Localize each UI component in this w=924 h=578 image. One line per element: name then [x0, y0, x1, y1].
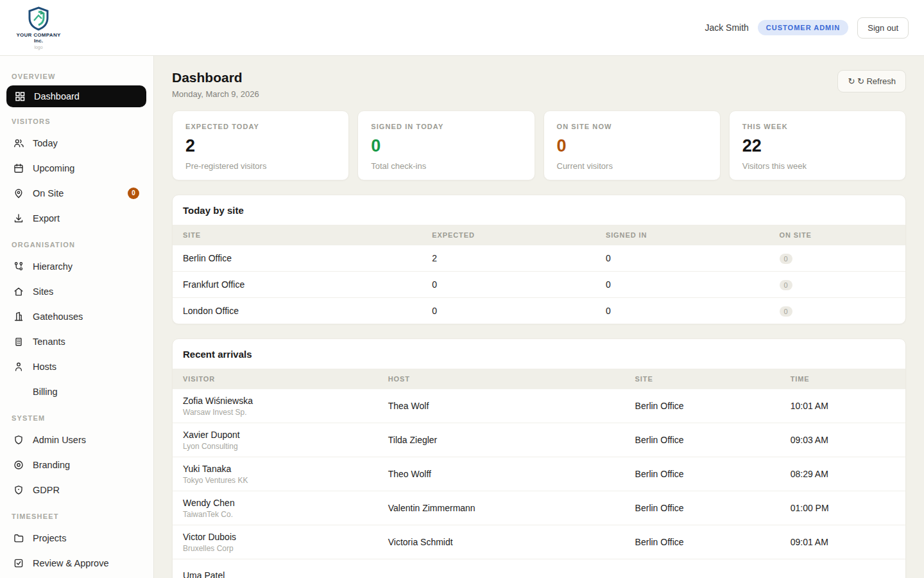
company-logo: YOUR COMPANY Inc. logo: [14, 5, 63, 50]
time-cell: 08:29 AM: [780, 469, 905, 479]
refresh-button[interactable]: ↻ ↻ Refresh: [837, 70, 906, 92]
host-cell: Theo Wolff: [378, 469, 625, 479]
user-name: Jack Smith: [705, 22, 748, 33]
sidebar-section-visitors: VISITORS: [0, 107, 153, 130]
sidebar-item-upcoming[interactable]: Upcoming: [0, 155, 153, 180]
calendar-icon: [13, 162, 24, 174]
sidebar-item-on-site[interactable]: On Site 0: [0, 180, 153, 206]
sidebar-section-timesheet: TIMESHEET: [0, 502, 153, 525]
top-bar: YOUR COMPANY Inc. logo Jack Smith CUSTOM…: [0, 0, 924, 56]
sidebar-item-hierarchy[interactable]: Hierarchy: [0, 254, 153, 279]
recent-arrivals-card: Recent arrivals VISITOR HOST SITE TIME Z…: [172, 338, 906, 578]
sidebar-item-label: Sites: [33, 286, 53, 297]
sidebar-item-label: Upcoming: [33, 163, 74, 173]
on-site-pill: 0: [780, 254, 792, 264]
column-header-time: TIME: [780, 375, 905, 383]
site-cell: Berlin Office: [625, 401, 780, 411]
logo-shield-icon: [25, 5, 52, 32]
sidebar-item-gatehouses[interactable]: Gatehouses: [0, 304, 153, 329]
column-header-expected: EXPECTED: [422, 231, 595, 239]
time-cell: 10:01 AM: [780, 401, 905, 411]
recent-arrivals-title: Recent arrivals: [173, 339, 905, 369]
table-row: Zofia WiśniewskaWarsaw Invest Sp. Thea W…: [173, 389, 905, 423]
table-row: Wendy ChenTaiwanTek Co. Valentin Zimmerm…: [173, 491, 905, 525]
sidebar-item-label: Branding: [33, 460, 70, 470]
table-row: Berlin Office 2 0 0: [173, 245, 905, 271]
stat-value: 0: [371, 136, 521, 156]
sidebar-item-today[interactable]: Today: [0, 130, 153, 155]
sidebar-item-label: Today: [33, 138, 58, 148]
on-site-pill: 0: [780, 306, 792, 317]
expected-cell: 0: [422, 306, 595, 316]
sidebar-item-sites[interactable]: Sites: [0, 279, 153, 304]
sidebar-item-label: Dashboard: [34, 91, 80, 101]
sidebar-item-export-visitors[interactable]: Export: [0, 206, 153, 231]
visitor-company: Warsaw Invest Sp.: [183, 408, 378, 417]
sidebar-section-system: SYSTEM: [0, 404, 153, 427]
host-cell: Tilda Ziegler: [378, 435, 625, 445]
stat-label: ON SITE NOW: [557, 123, 707, 130]
column-header-host: HOST: [378, 375, 625, 383]
column-header-site: SITE: [625, 375, 780, 383]
icon-spacer: [13, 386, 24, 398]
sidebar-item-label: Projects: [33, 533, 66, 543]
site-cell: Berlin Office: [625, 503, 780, 513]
visitor-company: TaiwanTek Co.: [183, 510, 378, 519]
folder-icon: [13, 532, 24, 544]
time-cell: 09:01 AM: [780, 537, 905, 547]
gatehouse-icon: [13, 311, 24, 322]
check-square-icon: [13, 557, 24, 569]
pin-icon: [13, 188, 24, 199]
table-row: Uma Patel: [173, 559, 905, 578]
visitor-name: Xavier Dupont: [183, 430, 240, 440]
table-row: Frankfurt Office 0 0 0: [173, 271, 905, 297]
visitor-company: Bruxelles Corp: [183, 544, 378, 553]
sidebar-item-label: Export: [33, 213, 60, 223]
sidebar-item-billing[interactable]: Billing: [0, 379, 153, 404]
stat-card-on-site-now: ON SITE NOW 0 Current visitors: [543, 110, 721, 180]
column-header-on-site: ON SITE: [769, 231, 905, 239]
recent-arrivals-header: VISITOR HOST SITE TIME: [173, 369, 905, 389]
signed-in-cell: 0: [595, 279, 769, 290]
stat-sub: Visitors this week: [742, 161, 893, 171]
sign-out-button[interactable]: Sign out: [857, 17, 909, 39]
logo-company-text: YOUR COMPANY: [14, 32, 63, 39]
signed-in-cell: 0: [595, 306, 769, 316]
stat-card-signed-in-today: SIGNED IN TODAY 0 Total check-ins: [357, 110, 535, 180]
visitor-name: Zofia Wiśniewska: [183, 396, 253, 406]
shield-dot-icon: [13, 484, 24, 496]
sidebar: OVERVIEW Dashboard VISITORS Today Upcomi…: [0, 56, 154, 578]
sidebar-item-label: Billing: [33, 387, 58, 397]
stat-sub: Current visitors: [557, 161, 707, 171]
home-icon: [13, 286, 24, 297]
sidebar-item-admin-users[interactable]: Admin Users: [0, 427, 153, 452]
sidebar-item-dashboard[interactable]: Dashboard: [6, 85, 146, 107]
sidebar-item-review-approve[interactable]: Review & Approve: [0, 550, 153, 575]
sidebar-item-label: Gatehouses: [33, 311, 83, 322]
signed-in-cell: 0: [595, 253, 769, 263]
sidebar-section-organisation: ORGANISATION: [0, 231, 153, 254]
sidebar-item-export-timesheet[interactable]: Export: [0, 575, 153, 578]
sidebar-item-tenants[interactable]: Tenants: [0, 329, 153, 354]
sidebar-item-hosts[interactable]: Hosts: [0, 354, 153, 379]
host-cell: Valentin Zimmermann: [378, 503, 625, 513]
column-header-site: SITE: [173, 231, 422, 239]
sidebar-item-projects[interactable]: Projects: [0, 525, 153, 550]
site-cell: Frankfurt Office: [173, 279, 422, 290]
stat-card-this-week: THIS WEEK 22 Visitors this week: [729, 110, 906, 180]
host-cell: Victoria Schmidt: [378, 537, 625, 547]
sidebar-item-label: Admin Users: [33, 435, 86, 445]
site-cell: Berlin Office: [625, 469, 780, 479]
main-content: Dashboard Monday, March 9, 2026 ↻ ↻ Refr…: [154, 56, 924, 578]
expected-cell: 0: [422, 279, 595, 290]
role-badge: CUSTOMER ADMIN: [758, 20, 848, 35]
grid-icon: [14, 91, 26, 102]
users-icon: [13, 137, 24, 149]
visitor-company: Tokyo Ventures KK: [183, 476, 378, 485]
stat-sub: Pre-registered visitors: [185, 161, 336, 171]
sidebar-item-gdpr[interactable]: GDPR: [0, 477, 153, 502]
today-by-site-card: Today by site SITE EXPECTED SIGNED IN ON…: [172, 195, 906, 324]
sidebar-item-branding[interactable]: Branding: [0, 452, 153, 477]
site-cell: Berlin Office: [625, 537, 780, 547]
stat-sub: Total check-ins: [371, 161, 521, 171]
